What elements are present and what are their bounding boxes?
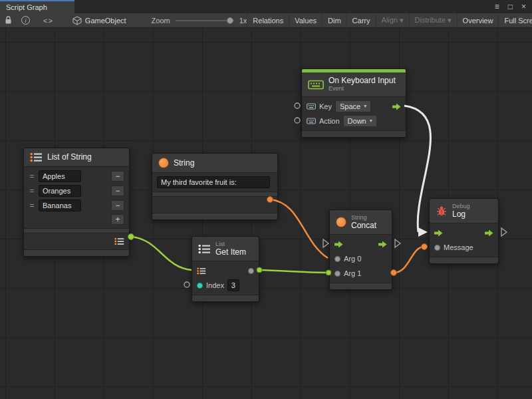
list-item-field[interactable]: Oranges: [39, 185, 81, 197]
arg1-input-port[interactable]: [334, 271, 340, 277]
drag-handle-icon[interactable]: =: [29, 172, 35, 181]
node-footer: [152, 213, 277, 219]
wire-flow-keyboard-to-log[interactable]: [404, 106, 430, 232]
string-output-row: [152, 197, 277, 213]
zoom-control: Zoom 1x: [152, 17, 247, 25]
node-header: List Get Item: [192, 237, 259, 261]
distribute-dropdown[interactable]: Distribute ▾: [409, 13, 457, 27]
int-type-icon[interactable]: [197, 283, 203, 289]
node-on-keyboard-input[interactable]: On Keyboard Input Event Key Space ▾: [301, 68, 406, 138]
wire-string-to-concat[interactable]: [270, 200, 328, 258]
remove-item-button[interactable]: −: [111, 200, 124, 211]
add-item-row: +: [24, 213, 129, 226]
node-get-item[interactable]: List Get Item Index 3: [192, 236, 259, 302]
drag-handle-icon[interactable]: =: [29, 186, 35, 196]
output-section: [24, 233, 129, 250]
maximize-icon[interactable]: □: [508, 3, 513, 11]
window-menu-icon[interactable]: ≡: [495, 3, 499, 11]
edit-script-button[interactable]: <>: [39, 13, 58, 27]
carry-button[interactable]: Carry: [346, 13, 376, 27]
graph-canvas[interactable]: On Keyboard Input Event Key Space ▾: [0, 28, 532, 399]
flow-output-port[interactable]: [392, 103, 401, 110]
chevron-down-icon: ▾: [370, 116, 372, 126]
wire-list-to-getitem[interactable]: [131, 237, 192, 270]
port-log-flow-out[interactable]: [501, 228, 507, 236]
flow-output-port[interactable]: [378, 241, 387, 248]
list-item-row: = Apples −: [24, 169, 129, 184]
list-input-type-icon[interactable]: [197, 267, 206, 275]
relations-button[interactable]: Relations: [247, 13, 289, 27]
port-concat-flow-in[interactable]: [323, 239, 329, 247]
wire-concat-to-log[interactable]: [394, 247, 424, 273]
key-value: Space: [340, 102, 360, 111]
overview-button[interactable]: Overview: [457, 13, 499, 27]
flow-input-port[interactable]: [434, 229, 443, 237]
lock-button[interactable]: [0, 13, 17, 27]
list-output-type-icon[interactable]: [114, 237, 124, 245]
drag-handle-icon[interactable]: =: [29, 201, 35, 210]
node-string-literal[interactable]: String My third favorite fruit is:: [152, 153, 278, 220]
tab-script-graph[interactable]: Script Graph: [0, 0, 74, 13]
info-button[interactable]: i: [17, 13, 35, 27]
key-label: Key: [319, 102, 332, 110]
node-title: Log: [452, 210, 470, 219]
list-output-row: [24, 233, 129, 249]
node-title: String: [174, 159, 194, 168]
flow-row: [330, 237, 392, 251]
node-subtitle: Event: [329, 85, 396, 92]
window-controls: ≡ □ ×: [495, 0, 532, 13]
values-button[interactable]: Values: [289, 13, 322, 27]
key-dropdown[interactable]: Space ▾: [335, 100, 371, 112]
flow-input-port[interactable]: [334, 241, 343, 248]
index-field[interactable]: 3: [227, 279, 239, 291]
index-label: Index: [206, 281, 224, 289]
port-key-input[interactable]: [295, 103, 300, 108]
node-list-of-string[interactable]: List of String = Apples − = Oranges − =: [23, 148, 130, 257]
dim-button[interactable]: Dim: [322, 13, 346, 27]
node-debug-log[interactable]: Debug Log Message: [429, 198, 499, 264]
node-title: On Keyboard Input: [329, 76, 396, 85]
list-icon: [198, 244, 211, 254]
action-value: Down: [348, 116, 366, 126]
zoom-value: 1x: [239, 17, 247, 25]
port-index-input[interactable]: [184, 282, 190, 287]
zoom-slider-knob[interactable]: [227, 17, 233, 24]
keyboard-icon: [308, 79, 324, 90]
port-log-message-input[interactable]: [422, 244, 428, 250]
node-footer: [330, 283, 392, 289]
string-type-icon: [336, 217, 346, 227]
string-value-field[interactable]: My third favorite fruit is:: [157, 176, 270, 188]
list-item-field[interactable]: Bananas: [39, 200, 81, 211]
bug-icon: [436, 205, 448, 217]
node-body: Key Space ▾ Action: [302, 96, 406, 131]
remove-item-button[interactable]: −: [111, 186, 124, 196]
flow-output-port[interactable]: [485, 229, 493, 237]
port-action-input[interactable]: [295, 118, 300, 123]
node-body: Index 3: [192, 261, 259, 295]
item-output-port[interactable]: [248, 268, 254, 274]
gameobject-reference[interactable]: GameObject: [72, 16, 126, 25]
close-icon[interactable]: ×: [521, 3, 526, 11]
add-item-button[interactable]: +: [111, 214, 124, 225]
list-item-row: = Bananas −: [24, 198, 129, 213]
node-body: Arg 0 Arg 1: [330, 234, 392, 283]
node-header: Debug Log: [430, 199, 498, 223]
list-item-field[interactable]: Apples: [39, 170, 81, 182]
key-row: Key Space ▾: [302, 99, 406, 114]
arg0-input-port[interactable]: [334, 256, 340, 262]
list-input-row: [192, 263, 259, 278]
action-dropdown[interactable]: Down ▾: [343, 115, 377, 127]
chevron-down-icon: ▾: [364, 102, 366, 111]
lock-icon: [5, 16, 12, 25]
port-concat-flow-out[interactable]: [395, 239, 400, 247]
wire-getitem-to-concat[interactable]: [258, 270, 329, 273]
node-footer: [430, 257, 498, 263]
fullscreen-button[interactable]: Full Scre: [498, 13, 532, 27]
remove-item-button[interactable]: −: [111, 171, 124, 182]
align-dropdown[interactable]: Align ▾: [376, 13, 409, 27]
arg1-label: Arg 1: [344, 269, 361, 277]
zoom-slider[interactable]: [176, 20, 234, 21]
message-input-port[interactable]: [434, 245, 440, 251]
node-body: Message: [430, 223, 498, 257]
node-concat[interactable]: String Concat Arg 0: [329, 209, 392, 290]
